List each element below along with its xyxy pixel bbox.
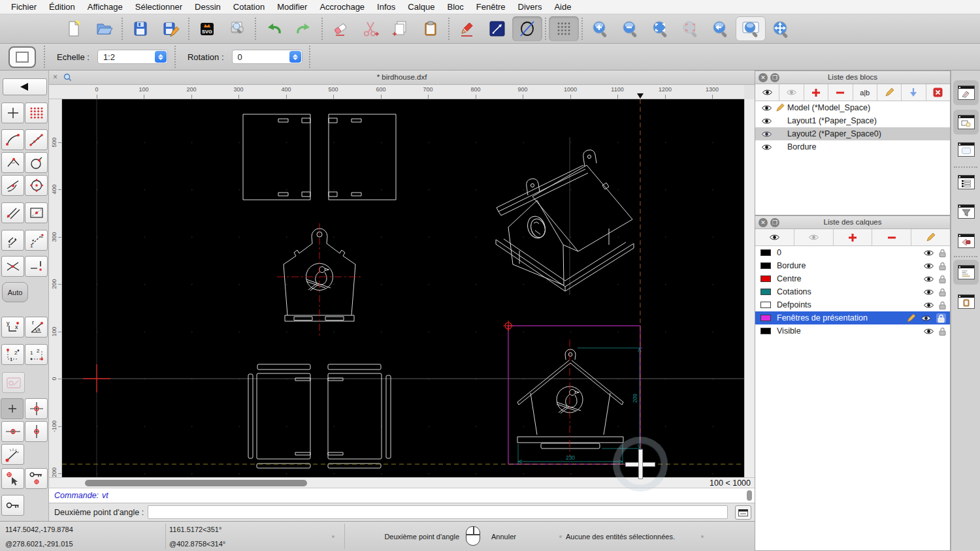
layer-color-swatch[interactable] xyxy=(760,249,771,256)
save-as-button[interactable] xyxy=(155,16,186,41)
restrict-vertical-button[interactable]: 12 xyxy=(25,230,48,251)
layer-color-swatch[interactable] xyxy=(760,315,771,321)
save-button[interactable] xyxy=(125,16,155,41)
layer-color-swatch[interactable] xyxy=(760,302,771,308)
corner-sequence-b-button[interactable]: 12 xyxy=(25,344,48,365)
layer-visibility-eye-icon[interactable] xyxy=(921,315,932,322)
grid-toggle-button[interactable] xyxy=(549,16,579,41)
draw-pencil-button[interactable] xyxy=(452,16,482,41)
menu-item-accrochage[interactable]: Accrochage xyxy=(319,2,365,12)
dock-entity-list-button[interactable] xyxy=(953,170,979,195)
lock-relative-zero-button[interactable] xyxy=(25,468,48,489)
snap-intersection-button[interactable] xyxy=(1,256,24,277)
layer-row-visible[interactable]: Visible xyxy=(755,324,950,338)
layer-remove-button[interactable] xyxy=(872,229,911,245)
menu-item-aide[interactable]: Aide xyxy=(554,2,571,12)
back-button[interactable] xyxy=(3,78,47,95)
layer-visibility-eye-icon[interactable] xyxy=(923,276,934,283)
layer-lock-icon[interactable] xyxy=(939,288,946,296)
layer-color-swatch[interactable] xyxy=(760,276,771,282)
menu-item-infos[interactable]: Infos xyxy=(377,2,395,12)
zoom-selection-button[interactable] xyxy=(676,16,706,41)
layer-visibility-eye-icon[interactable] xyxy=(923,262,934,270)
dock-filter-button[interactable] xyxy=(953,199,979,224)
snap-preview-button[interactable] xyxy=(2,372,25,393)
menu-item-bloc[interactable]: Bloc xyxy=(447,2,463,12)
snap-center-button[interactable] xyxy=(25,175,48,196)
snap-on-entity-button[interactable] xyxy=(25,129,48,150)
angle-gauge-button[interactable] xyxy=(1,444,24,465)
scrollbar-thumb[interactable] xyxy=(85,480,307,486)
menu-item-divers[interactable]: Divers xyxy=(518,2,542,12)
layer-lock-icon[interactable] xyxy=(938,314,945,323)
horizontal-scrollbar[interactable]: 100 < 1000 xyxy=(49,477,755,488)
snap-on-circle-button[interactable] xyxy=(25,152,48,173)
layer-lock-icon[interactable] xyxy=(939,301,946,309)
layer-edit-button[interactable] xyxy=(911,229,950,245)
menu-item-dessin[interactable]: Dessin xyxy=(195,2,221,12)
dock-notifications-button[interactable] xyxy=(953,228,979,253)
crosshair-circle-button[interactable] xyxy=(25,398,48,419)
layer-row-0[interactable]: 0 xyxy=(755,246,950,259)
layer-lock-icon[interactable] xyxy=(939,262,946,270)
layer-show-all-button[interactable] xyxy=(755,229,794,245)
rotation-stepper[interactable] xyxy=(289,51,301,63)
snap-tangent-button[interactable] xyxy=(1,175,24,196)
copy-button[interactable] xyxy=(385,16,416,41)
print-preview-button[interactable] xyxy=(222,16,252,41)
zoom-previous-button[interactable] xyxy=(706,16,736,41)
layer-edit-pencil-icon[interactable] xyxy=(906,313,916,323)
layer-row-defpoints[interactable]: Defpoints xyxy=(755,298,950,311)
block-show-button[interactable] xyxy=(755,84,779,101)
snap-endpoint-button[interactable] xyxy=(1,129,24,150)
block-row-layout1[interactable]: Layout1 (*Paper_Space) xyxy=(755,114,950,127)
layer-lock-icon[interactable] xyxy=(939,249,946,257)
rotation-combobox[interactable]: 0 xyxy=(232,50,302,64)
restrict-horizontal-button[interactable]: 1 xyxy=(1,230,24,251)
snap-free-button[interactable] xyxy=(1,102,24,123)
menu-item-cotation[interactable]: Cotation xyxy=(233,2,265,12)
dock-block-list-button[interactable] xyxy=(953,110,979,134)
layer-lock-icon[interactable] xyxy=(939,327,946,336)
menu-item-fichier[interactable]: Fichier xyxy=(11,2,37,12)
new-file-button[interactable] xyxy=(59,16,89,41)
menu-item-modifier[interactable]: Modifier xyxy=(277,2,307,12)
menu-item-affichage[interactable]: Affichage xyxy=(88,2,123,12)
coordinate-polar-button[interactable]: ra xyxy=(25,317,48,338)
snap-grid-button[interactable] xyxy=(25,102,48,123)
block-remove-button[interactable] xyxy=(828,84,853,101)
menu-item-fenetre[interactable]: Fenêtre xyxy=(476,2,506,12)
block-row-model[interactable]: Model (*Model_Space) xyxy=(755,101,950,114)
crosshair-horizontal-button[interactable] xyxy=(1,421,24,442)
open-file-button[interactable] xyxy=(89,16,119,41)
snap-parallel-button[interactable] xyxy=(1,202,24,223)
layer-lock-icon[interactable] xyxy=(939,275,946,283)
snap-intersection-manual-button[interactable] xyxy=(25,256,48,277)
block-delete-button[interactable] xyxy=(926,84,950,101)
dock-clipboard-button[interactable] xyxy=(953,289,979,314)
crosshair-vertical-button[interactable] xyxy=(25,421,48,442)
eye-icon[interactable] xyxy=(761,104,772,112)
block-edit-button[interactable] xyxy=(877,84,902,101)
layer-color-swatch[interactable] xyxy=(760,289,771,295)
layer-color-swatch[interactable] xyxy=(760,262,771,269)
cut-button[interactable] xyxy=(355,16,385,41)
command-input[interactable] xyxy=(148,505,728,519)
crosshair-plain-button[interactable] xyxy=(1,398,24,419)
block-row-bordure[interactable]: Bordure xyxy=(755,140,950,153)
layer-row-bordure[interactable]: Bordure xyxy=(755,259,950,272)
dock-tool-options-button[interactable] xyxy=(953,80,979,105)
layer-visibility-eye-icon[interactable] xyxy=(923,249,934,257)
block-add-button[interactable] xyxy=(804,84,828,101)
snap-reference-button[interactable] xyxy=(25,202,48,223)
block-rename-button[interactable]: a|b xyxy=(853,84,877,101)
corner-sequence-a-button[interactable]: 12 xyxy=(1,344,24,365)
keyboard-focus-button[interactable] xyxy=(735,505,751,520)
coordinate-cartesian-button[interactable]: yx xyxy=(1,317,24,338)
snap-auto-button[interactable]: Auto xyxy=(2,282,28,302)
menu-item-edition[interactable]: Édition xyxy=(49,2,75,12)
dock-command-line-button[interactable] xyxy=(953,260,979,285)
history-scrollbar-thumb[interactable] xyxy=(747,490,752,501)
dock-library-button[interactable] xyxy=(953,137,979,162)
layer-visibility-eye-icon[interactable] xyxy=(923,328,934,335)
